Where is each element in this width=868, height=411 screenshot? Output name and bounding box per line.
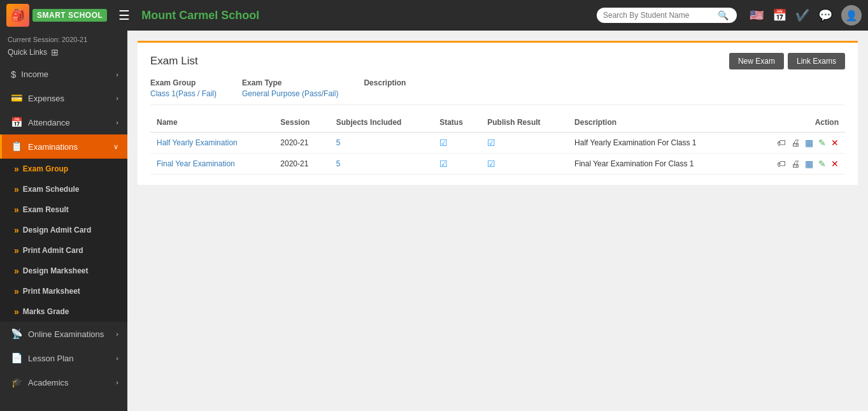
exam-result-label: Exam Result [23,205,69,214]
exam-list-card: Exam List New Exam Link Exams Exam Group… [138,41,858,185]
sidebar-item-lesson-plan-label: Lesson Plan [28,354,74,363]
sidebar-subitem-print-admit-card[interactable]: » Print Admit Card [0,240,127,261]
print-icon2[interactable]: 🖨 [791,159,800,169]
chevron-right-icon: › [116,71,118,78]
delete-icon[interactable]: ✕ [831,138,839,148]
top-navbar: 🎒 SMART SCHOOL ☰ Mount Carmel School 🔍 🇺… [0,0,868,31]
search-box: 🔍 [597,8,737,23]
chevron-right-icon2: › [116,94,118,102]
table-row: Half Yearly Examination 2020-21 5 ☑ ☑ Ha… [150,133,845,154]
dollar-icon: $ [11,69,16,80]
status-check-icon: ☑ [439,138,448,148]
checklist-icon[interactable]: ✔️ [795,8,809,22]
design-marksheet-label: Design Marksheet [23,266,89,275]
table-header-row: Name Session Subjects Included Status Pu… [150,113,845,133]
col-name: Name [150,113,274,133]
exam-icon: 📋 [11,141,23,152]
sidebar-subitem-exam-result[interactable]: » Exam Result [0,199,127,220]
academics-icon: 🎓 [11,377,23,388]
description-meta: Description [364,78,406,98]
sidebar-item-academics[interactable]: 🎓 Academics › [0,370,127,394]
delete-icon2[interactable]: ✕ [831,159,839,169]
sidebar-subitem-design-marksheet[interactable]: » Design Marksheet [0,261,127,281]
row2-session: 2020-21 [274,154,329,175]
link-exams-button[interactable]: Link Exams [788,53,845,69]
sidebar-subitem-exam-group[interactable]: » Exam Group [0,159,127,179]
sidebar-item-lesson-plan[interactable]: 📄 Lesson Plan › [0,346,127,370]
col-subjects: Subjects Included [330,113,433,133]
print-icon[interactable]: 🖨 [791,138,800,148]
sidebar-subitem-marks-grade[interactable]: » Marks Grade [0,301,127,322]
tag-icon2[interactable]: 🏷 [777,159,786,169]
new-exam-button[interactable]: New Exam [729,53,784,69]
edit-icon2[interactable]: ✎ [818,159,826,169]
row2-actions: 🏷 🖨 ▦ ✎ ✕ [746,154,845,175]
sidebar-item-income-label: Income [21,69,48,79]
exam-group-meta-value[interactable]: Class 1(Pass / Fail) [150,89,217,98]
publish-check-icon: ☑ [487,138,495,148]
col-publish: Publish Result [481,113,568,133]
bullet-icon6: » [14,266,19,276]
attendance-icon: 📅 [11,117,23,128]
sidebar-item-examinations-label: Examinations [28,142,78,152]
print-marksheet-label: Print Marksheet [23,287,80,296]
bullet-icon: » [14,164,19,174]
search-input[interactable] [603,11,718,20]
col-description: Description [568,113,746,133]
table-icon[interactable]: ▦ [805,138,813,148]
row2-name-link[interactable]: Final Year Examination [157,159,235,168]
sidebar-item-expenses[interactable]: 💳 Expenses › [0,86,127,110]
card-header: Exam List New Exam Link Exams [150,53,845,69]
lesson-plan-icon: 📄 [11,352,23,364]
grid-icon: ⊞ [51,47,59,57]
sidebar-subitem-print-marksheet[interactable]: » Print Marksheet [0,281,127,301]
quick-links[interactable]: Quick Links ⊞ [0,46,127,62]
sidebar: Current Session: 2020-21 Quick Links ⊞ $… [0,31,127,411]
col-session: Session [274,113,329,133]
exam-schedule-label: Exam Schedule [23,185,80,194]
credit-card-icon: 💳 [11,92,23,104]
row1-publish: ☑ [481,133,568,154]
row1-name-link[interactable]: Half Yearly Examination [157,138,238,147]
user-avatar[interactable]: 👤 [841,5,862,25]
sidebar-subitem-design-admit-card[interactable]: » Design Admit Card [0,220,127,240]
sidebar-item-attendance-label: Attendance [28,118,70,127]
col-status: Status [433,113,481,133]
sidebar-subitem-exam-schedule[interactable]: » Exam Schedule [0,179,127,199]
flag-icon[interactable]: 🇺🇸 [750,8,764,22]
school-name: Mount Carmel School [141,9,590,22]
sidebar-item-attendance[interactable]: 📅 Attendance › [0,110,127,134]
whatsapp-icon[interactable]: 💬 [818,8,832,22]
online-exam-icon: 📡 [11,328,23,340]
exam-type-meta-value: General Purpose (Pass/Fail) [242,89,338,98]
logo[interactable]: 🎒 SMART SCHOOL [6,4,107,27]
design-admit-card-label: Design Admit Card [23,226,92,234]
tag-icon[interactable]: 🏷 [777,138,786,148]
row2-subjects-link[interactable]: 5 [336,159,341,168]
sidebar-item-online-examinations[interactable]: 📡 Online Examinations › [0,322,127,346]
calendar-icon[interactable]: 📅 [772,8,786,22]
nav-icons: 🇺🇸 📅 ✔️ 💬 👤 [750,5,862,25]
sidebar-item-online-examinations-label: Online Examinations [28,329,104,339]
exam-group-meta-label: Exam Group [150,78,217,87]
bullet-icon8: » [14,306,19,317]
bullet-icon3: » [14,205,19,215]
bullet-icon2: » [14,184,19,194]
chevron-right-icon5: › [116,354,118,362]
page-title: Exam List [150,55,198,68]
edit-icon[interactable]: ✎ [818,138,826,148]
sidebar-item-income[interactable]: $ Income › [0,62,127,86]
chevron-right-icon6: › [116,379,118,386]
row2-publish: ☑ [481,154,568,175]
main-content: Exam List New Exam Link Exams Exam Group… [127,31,868,411]
exam-group-meta: Exam Group Class 1(Pass / Fail) [150,78,217,98]
row1-actions: 🏷 🖨 ▦ ✎ ✕ [746,133,845,154]
sidebar-item-examinations[interactable]: 📋 Examinations ∨ [0,134,127,159]
table-icon2[interactable]: ▦ [805,159,813,169]
row1-subjects-link[interactable]: 5 [336,138,341,147]
bullet-icon7: » [14,286,19,296]
publish-check-icon2: ☑ [487,159,495,169]
header-buttons: New Exam Link Exams [729,53,845,69]
print-admit-card-label: Print Admit Card [23,246,83,255]
hamburger-menu[interactable]: ☰ [113,5,135,25]
